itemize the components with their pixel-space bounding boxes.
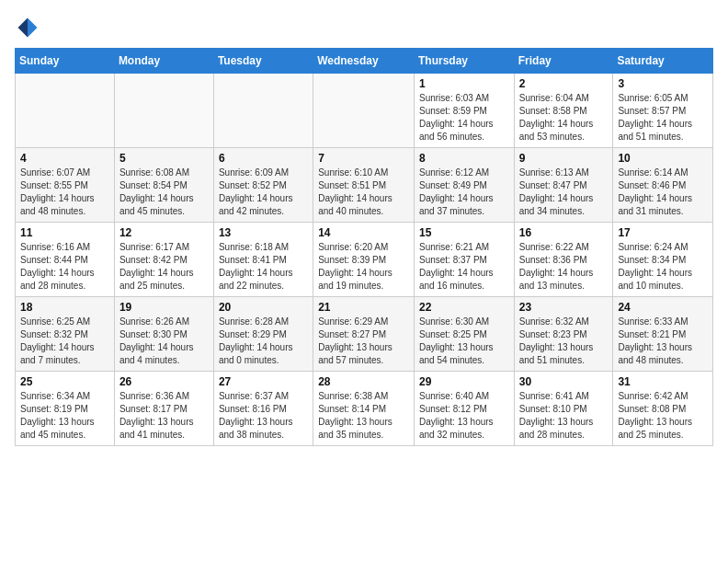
day-number: 20 <box>219 301 308 314</box>
calendar-week-row: 4Sunrise: 6:07 AM Sunset: 8:55 PM Daylig… <box>16 148 713 223</box>
day-number: 31 <box>618 375 708 388</box>
day-info: Sunrise: 6:04 AM Sunset: 8:58 PM Dayligh… <box>519 92 609 144</box>
day-info: Sunrise: 6:17 AM Sunset: 8:42 PM Dayligh… <box>119 241 209 293</box>
logo-icon <box>15 15 40 40</box>
weekday-header-saturday: Saturday <box>613 49 713 74</box>
day-info: Sunrise: 6:08 AM Sunset: 8:54 PM Dayligh… <box>119 167 209 218</box>
day-number: 8 <box>419 152 509 165</box>
day-info: Sunrise: 6:22 AM Sunset: 8:36 PM Dayligh… <box>519 241 609 293</box>
day-info: Sunrise: 6:32 AM Sunset: 8:23 PM Dayligh… <box>519 316 609 367</box>
day-info: Sunrise: 6:25 AM Sunset: 8:32 PM Dayligh… <box>20 316 109 367</box>
day-number: 17 <box>618 226 708 239</box>
day-number: 14 <box>318 226 409 239</box>
calendar-week-row: 25Sunrise: 6:34 AM Sunset: 8:19 PM Dayli… <box>16 372 713 446</box>
weekday-header-monday: Monday <box>114 49 213 74</box>
day-info: Sunrise: 6:10 AM Sunset: 8:51 PM Dayligh… <box>318 167 409 218</box>
day-number: 26 <box>119 375 209 388</box>
day-number: 1 <box>419 77 509 90</box>
day-info: Sunrise: 6:42 AM Sunset: 8:08 PM Dayligh… <box>618 390 708 442</box>
day-number: 2 <box>519 77 609 90</box>
weekday-header-thursday: Thursday <box>414 49 514 74</box>
svg-marker-3 <box>28 28 38 38</box>
day-info: Sunrise: 6:41 AM Sunset: 8:10 PM Dayligh… <box>519 390 609 442</box>
logo <box>15 15 44 40</box>
calendar-cell: 1Sunrise: 6:03 AM Sunset: 8:59 PM Daylig… <box>414 74 514 148</box>
weekday-header-wednesday: Wednesday <box>313 49 415 74</box>
calendar-cell <box>114 74 213 148</box>
calendar-cell: 9Sunrise: 6:13 AM Sunset: 8:47 PM Daylig… <box>514 148 613 223</box>
day-info: Sunrise: 6:38 AM Sunset: 8:14 PM Dayligh… <box>318 390 409 442</box>
calendar-cell: 8Sunrise: 6:12 AM Sunset: 8:49 PM Daylig… <box>414 148 514 223</box>
day-info: Sunrise: 6:13 AM Sunset: 8:47 PM Dayligh… <box>519 167 609 218</box>
calendar-cell: 14Sunrise: 6:20 AM Sunset: 8:39 PM Dayli… <box>313 223 415 297</box>
day-info: Sunrise: 6:29 AM Sunset: 8:27 PM Dayligh… <box>318 316 409 367</box>
day-number: 30 <box>519 375 609 388</box>
day-number: 9 <box>519 152 609 165</box>
day-number: 12 <box>119 226 209 239</box>
svg-marker-0 <box>28 18 38 29</box>
day-number: 10 <box>618 152 708 165</box>
day-number: 28 <box>318 375 409 388</box>
day-number: 6 <box>219 152 308 165</box>
day-info: Sunrise: 6:03 AM Sunset: 8:59 PM Dayligh… <box>419 92 509 144</box>
calendar-cell: 26Sunrise: 6:36 AM Sunset: 8:17 PM Dayli… <box>114 372 213 446</box>
day-info: Sunrise: 6:12 AM Sunset: 8:49 PM Dayligh… <box>419 167 509 218</box>
calendar-cell: 11Sunrise: 6:16 AM Sunset: 8:44 PM Dayli… <box>16 223 115 297</box>
day-info: Sunrise: 6:14 AM Sunset: 8:46 PM Dayligh… <box>618 167 708 218</box>
calendar-cell: 24Sunrise: 6:33 AM Sunset: 8:21 PM Dayli… <box>613 297 713 372</box>
day-number: 4 <box>20 152 109 165</box>
calendar-week-row: 1Sunrise: 6:03 AM Sunset: 8:59 PM Daylig… <box>16 74 713 148</box>
calendar-cell: 6Sunrise: 6:09 AM Sunset: 8:52 PM Daylig… <box>213 148 313 223</box>
calendar-cell: 16Sunrise: 6:22 AM Sunset: 8:36 PM Dayli… <box>514 223 613 297</box>
day-number: 25 <box>20 375 109 388</box>
calendar-cell <box>16 74 115 148</box>
calendar-cell: 5Sunrise: 6:08 AM Sunset: 8:54 PM Daylig… <box>114 148 213 223</box>
day-info: Sunrise: 6:34 AM Sunset: 8:19 PM Dayligh… <box>20 390 109 442</box>
calendar-cell: 27Sunrise: 6:37 AM Sunset: 8:16 PM Dayli… <box>213 372 313 446</box>
day-number: 22 <box>419 301 509 314</box>
svg-marker-2 <box>18 28 28 38</box>
calendar-cell <box>213 74 313 148</box>
day-info: Sunrise: 6:28 AM Sunset: 8:29 PM Dayligh… <box>219 316 308 367</box>
day-info: Sunrise: 6:26 AM Sunset: 8:30 PM Dayligh… <box>119 316 209 367</box>
day-number: 7 <box>318 152 409 165</box>
day-info: Sunrise: 6:20 AM Sunset: 8:39 PM Dayligh… <box>318 241 409 293</box>
day-number: 3 <box>618 77 708 90</box>
calendar-cell: 29Sunrise: 6:40 AM Sunset: 8:12 PM Dayli… <box>414 372 514 446</box>
day-number: 24 <box>618 301 708 314</box>
day-number: 15 <box>419 226 509 239</box>
calendar-header-row: SundayMondayTuesdayWednesdayThursdayFrid… <box>16 49 713 74</box>
calendar-week-row: 11Sunrise: 6:16 AM Sunset: 8:44 PM Dayli… <box>16 223 713 297</box>
calendar-cell: 18Sunrise: 6:25 AM Sunset: 8:32 PM Dayli… <box>16 297 115 372</box>
calendar-cell: 23Sunrise: 6:32 AM Sunset: 8:23 PM Dayli… <box>514 297 613 372</box>
day-info: Sunrise: 6:18 AM Sunset: 8:41 PM Dayligh… <box>219 241 308 293</box>
calendar-cell: 10Sunrise: 6:14 AM Sunset: 8:46 PM Dayli… <box>613 148 713 223</box>
day-number: 27 <box>219 375 308 388</box>
calendar-cell: 2Sunrise: 6:04 AM Sunset: 8:58 PM Daylig… <box>514 74 613 148</box>
calendar-cell: 30Sunrise: 6:41 AM Sunset: 8:10 PM Dayli… <box>514 372 613 446</box>
day-info: Sunrise: 6:16 AM Sunset: 8:44 PM Dayligh… <box>20 241 109 293</box>
calendar-cell <box>313 74 415 148</box>
day-number: 5 <box>119 152 209 165</box>
day-info: Sunrise: 6:36 AM Sunset: 8:17 PM Dayligh… <box>119 390 209 442</box>
calendar-cell: 21Sunrise: 6:29 AM Sunset: 8:27 PM Dayli… <box>313 297 415 372</box>
calendar-week-row: 18Sunrise: 6:25 AM Sunset: 8:32 PM Dayli… <box>16 297 713 372</box>
calendar-cell: 17Sunrise: 6:24 AM Sunset: 8:34 PM Dayli… <box>613 223 713 297</box>
calendar-cell: 7Sunrise: 6:10 AM Sunset: 8:51 PM Daylig… <box>313 148 415 223</box>
calendar-cell: 13Sunrise: 6:18 AM Sunset: 8:41 PM Dayli… <box>213 223 313 297</box>
day-number: 18 <box>20 301 109 314</box>
page-header <box>15 15 713 40</box>
calendar-cell: 4Sunrise: 6:07 AM Sunset: 8:55 PM Daylig… <box>16 148 115 223</box>
calendar-cell: 3Sunrise: 6:05 AM Sunset: 8:57 PM Daylig… <box>613 74 713 148</box>
day-info: Sunrise: 6:40 AM Sunset: 8:12 PM Dayligh… <box>419 390 509 442</box>
day-info: Sunrise: 6:07 AM Sunset: 8:55 PM Dayligh… <box>20 167 109 218</box>
calendar-cell: 25Sunrise: 6:34 AM Sunset: 8:19 PM Dayli… <box>16 372 115 446</box>
day-number: 23 <box>519 301 609 314</box>
day-number: 21 <box>318 301 409 314</box>
day-info: Sunrise: 6:24 AM Sunset: 8:34 PM Dayligh… <box>618 241 708 293</box>
day-number: 19 <box>119 301 209 314</box>
weekday-header-sunday: Sunday <box>16 49 115 74</box>
weekday-header-friday: Friday <box>514 49 613 74</box>
svg-marker-1 <box>18 18 28 29</box>
calendar-cell: 20Sunrise: 6:28 AM Sunset: 8:29 PM Dayli… <box>213 297 313 372</box>
